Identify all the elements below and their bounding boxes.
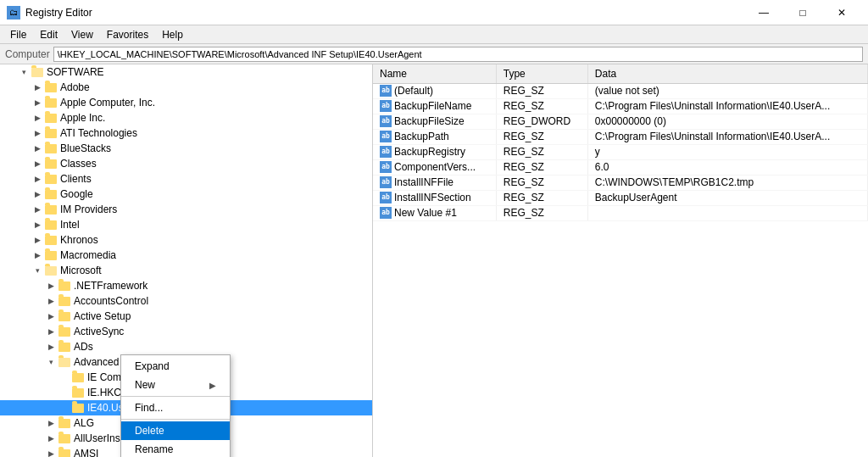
tree-item-bluestacks[interactable]: ▶ BlueStacks — [0, 141, 372, 156]
close-button[interactable]: ✕ — [822, 0, 861, 25]
context-menu-delete[interactable]: Delete — [121, 421, 230, 440]
context-menu-rename[interactable]: Rename — [121, 440, 230, 457]
tree-item-software[interactable]: ▾ SOFTWARE — [0, 64, 372, 80]
toggle-icon: ▶ — [31, 233, 44, 247]
cell-type: REG_SZ — [496, 144, 587, 159]
cell-name: abBackupRegistry — [373, 144, 496, 159]
cell-data — [587, 205, 867, 220]
tree-item-activesync[interactable]: ▶ ActiveSync — [0, 324, 372, 339]
tree-label: AMSI — [74, 448, 98, 457]
toggle-icon: ▾ — [17, 65, 31, 79]
toggle-icon — [58, 386, 71, 399]
toggle-icon: ▶ — [31, 96, 44, 109]
reg-value-icon: ab — [380, 192, 392, 203]
tree-label: ALG — [74, 417, 94, 429]
tree-item-macromedia[interactable]: ▶ Macromedia — [0, 248, 372, 263]
table-row[interactable]: abComponentVers...REG_SZ6.0 — [373, 159, 868, 175]
tree-label: Apple Computer, Inc. — [60, 97, 155, 109]
column-header-data[interactable]: Data — [587, 64, 867, 83]
app-icon: 🗂 — [7, 6, 20, 20]
tree-item-clients[interactable]: ▶ Clients — [0, 171, 372, 187]
cell-name: abInstallINFFile — [373, 175, 496, 190]
context-menu-new[interactable]: New ▶ — [121, 376, 230, 394]
address-bar: Computer \HKEY_LOCAL_MACHINE\SOFTWARE\Mi… — [0, 44, 868, 64]
maximize-button[interactable]: □ — [783, 0, 822, 25]
menu-file[interactable]: File — [3, 27, 33, 42]
folder-icon — [44, 158, 58, 170]
cell-name-text: (Default) — [394, 85, 433, 97]
tree-label: Google — [60, 188, 93, 200]
menu-view[interactable]: View — [64, 27, 100, 42]
reg-value-icon: ab — [380, 131, 392, 142]
toggle-icon — [58, 401, 71, 415]
table-row[interactable]: abBackupRegistryREG_SZy — [373, 144, 868, 159]
cell-type: REG_SZ — [496, 190, 587, 205]
cell-name-text: New Value #1 — [394, 207, 457, 219]
table-row[interactable]: abNew Value #1REG_SZ — [373, 205, 868, 220]
cell-name-text: ComponentVers... — [394, 161, 476, 173]
column-header-type[interactable]: Type — [496, 64, 587, 83]
tree-item-apple-inc[interactable]: ▶ Apple Inc. — [0, 110, 372, 125]
minimize-button[interactable]: — — [744, 0, 783, 25]
cell-data: C:\WINDOWS\TEMP\RGB1C2.tmp — [587, 175, 867, 190]
column-header-name[interactable]: Name — [373, 64, 496, 83]
cell-type: REG_SZ — [496, 175, 587, 190]
registry-panel: Name Type Data ab(Default)REG_SZ(value n… — [373, 64, 868, 457]
tree-item-im-providers[interactable]: ▶ IM Providers — [0, 202, 372, 217]
tree-item-classes[interactable]: ▶ Classes — [0, 156, 372, 171]
reg-value-icon: ab — [380, 85, 392, 97]
tree-item-netframework[interactable]: ▶ .NETFramework — [0, 278, 372, 293]
tree-item-adobe[interactable]: ▶ Adobe — [0, 80, 372, 95]
tree-item-active-setup[interactable]: ▶ Active Setup — [0, 309, 372, 324]
tree-item-ads[interactable]: ▶ ADs — [0, 339, 372, 354]
table-row[interactable]: abBackupPathREG_SZC:\Program Files\Unins… — [373, 129, 868, 144]
folder-icon — [58, 326, 71, 337]
tree-label: Apple Inc. — [60, 112, 105, 124]
toggle-icon: ▶ — [31, 187, 44, 201]
context-menu-expand[interactable]: Expand — [121, 357, 230, 376]
cell-name: abComponentVers... — [373, 159, 496, 175]
address-value[interactable]: \HKEY_LOCAL_MACHINE\SOFTWARE\Microsoft\A… — [53, 47, 863, 62]
tree-item-microsoft[interactable]: ▾ Microsoft — [0, 263, 372, 278]
tree-item-khronos[interactable]: ▶ Khronos — [0, 232, 372, 248]
tree-item-apple-computer[interactable]: ▶ Apple Computer, Inc. — [0, 95, 372, 110]
folder-icon — [71, 402, 85, 414]
context-menu-delete-label: Delete — [135, 425, 164, 437]
cell-data: C:\Program Files\Uninstall Information\I… — [587, 129, 867, 144]
table-row[interactable]: abBackupFileNameREG_SZC:\Program Files\U… — [373, 98, 868, 114]
tree-label: Khronos — [60, 234, 98, 246]
table-row[interactable]: abInstallINFFileREG_SZC:\WINDOWS\TEMP\RG… — [373, 175, 868, 190]
menu-help[interactable]: Help — [155, 27, 190, 42]
folder-icon — [58, 295, 71, 307]
menu-edit[interactable]: Edit — [33, 27, 64, 42]
tree-label: Microsoft — [60, 265, 102, 276]
cell-data: C:\Program Files\Uninstall Information\I… — [587, 98, 867, 114]
table-row[interactable]: abBackupFileSizeREG_DWORD0x00000000 (0) — [373, 114, 868, 129]
tree-label: ActiveSync — [74, 326, 124, 337]
tree-item-google[interactable]: ▶ Google — [0, 187, 372, 202]
folder-icon — [71, 371, 85, 383]
cell-name-text: BackupPath — [394, 131, 449, 142]
window-title: Registry Editor — [25, 7, 92, 19]
tree-item-accountscontrol[interactable]: ▶ AccountsControl — [0, 293, 372, 309]
toggle-icon: ▶ — [44, 325, 58, 338]
menu-favorites[interactable]: Favorites — [100, 27, 155, 42]
tree-item-ati[interactable]: ▶ ATI Technologies — [0, 125, 372, 141]
cell-name-text: BackupFileSize — [394, 115, 465, 127]
folder-icon — [44, 142, 58, 154]
toggle-icon: ▶ — [44, 294, 58, 308]
tree-item-intel[interactable]: ▶ Intel — [0, 217, 372, 232]
tree-label: IM Providers — [60, 203, 117, 215]
toggle-icon: ▶ — [44, 447, 58, 457]
table-row[interactable]: ab(Default)REG_SZ(value not set) — [373, 83, 868, 98]
folder-icon — [44, 265, 58, 276]
cell-name: ab(Default) — [373, 83, 496, 98]
toggle-icon: ▶ — [44, 340, 58, 354]
table-row[interactable]: abInstallINFSectionREG_SZBackupUserAgent — [373, 190, 868, 205]
toggle-icon: ▶ — [31, 248, 44, 262]
cell-type: REG_SZ — [496, 205, 587, 220]
main-content: ▾ SOFTWARE ▶ Adobe ▶ Apple Computer, Inc… — [0, 64, 868, 457]
context-menu-find[interactable]: Find... — [121, 398, 230, 417]
cell-name: abBackupFileName — [373, 98, 496, 114]
submenu-arrow-icon: ▶ — [209, 381, 216, 390]
